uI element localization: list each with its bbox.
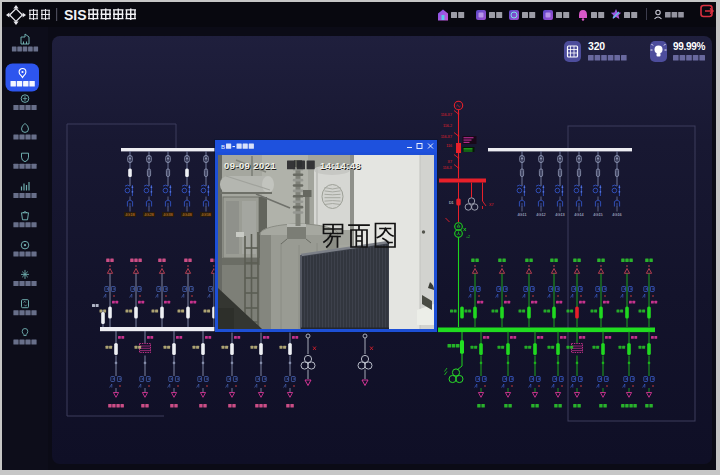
svg-text:116: 116: [446, 144, 452, 148]
svg-text:4G3B: 4G3B: [163, 213, 173, 217]
svg-text:4G16: 4G16: [612, 213, 621, 217]
svg-text:4G11: 4G11: [517, 213, 526, 217]
svg-text:+2: +2: [466, 235, 470, 239]
svg-text:4G5B: 4G5B: [201, 213, 211, 217]
svg-text:X7: X7: [448, 160, 452, 164]
svg-text:B: B: [221, 144, 225, 150]
svg-text:116-X7: 116-X7: [441, 135, 452, 139]
svg-text:116-X: 116-X: [443, 166, 453, 170]
svg-text:14:14:48: 14:14:48: [320, 160, 361, 171]
svg-text:4G14: 4G14: [574, 213, 583, 217]
svg-text:SIS: SIS: [64, 7, 87, 23]
svg-text:320: 320: [588, 40, 605, 52]
svg-text:116-2: 116-2: [443, 124, 452, 128]
svg-text:4G2B: 4G2B: [144, 213, 154, 217]
svg-text:4G15: 4G15: [593, 213, 602, 217]
svg-text:09-09 2021: 09-09 2021: [224, 160, 276, 171]
svg-text:99.99%: 99.99%: [673, 41, 706, 52]
svg-text:4G1B: 4G1B: [125, 213, 135, 217]
svg-text:D1: D1: [449, 201, 454, 205]
svg-text:X7: X7: [489, 203, 493, 207]
svg-text:4G13: 4G13: [555, 213, 564, 217]
svg-text:116-X7: 116-X7: [441, 113, 452, 117]
svg-text:4G12: 4G12: [536, 213, 545, 217]
svg-text:4G4B: 4G4B: [182, 213, 192, 217]
